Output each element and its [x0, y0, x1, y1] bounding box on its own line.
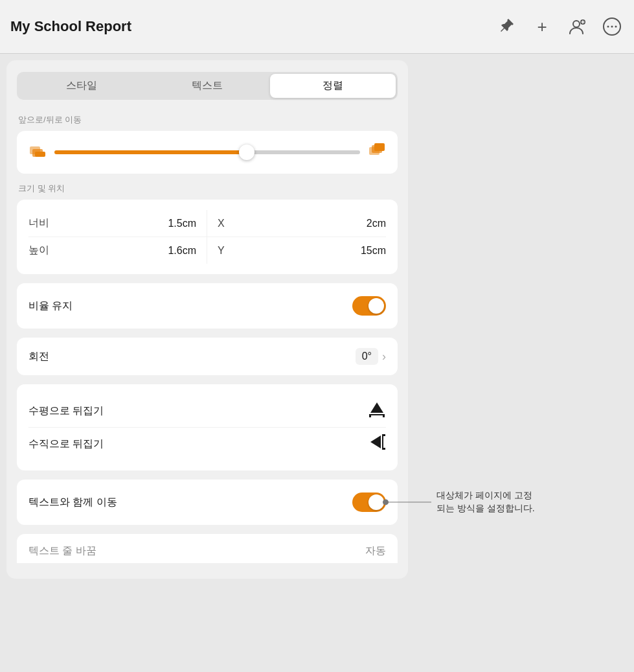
width-value: 1.5cm	[168, 218, 196, 229]
x-cell[interactable]: X 2cm	[207, 210, 386, 237]
tooltip-callout: 대상체가 페이지에 고정되는 방식을 설정합니다.	[386, 489, 540, 515]
size-card: 너비 1.5cm X 2cm 높이 1.6cm Y 15cm	[17, 200, 398, 274]
y-label: Y	[218, 245, 225, 257]
arrange-panel: 스타일 텍스트 정렬 앞으로/뒤로 이동	[6, 60, 408, 579]
partial-card: 텍스트 줄 바꿈 자동	[17, 534, 398, 563]
width-cell[interactable]: 너비 1.5cm	[28, 210, 207, 237]
flip-card: 수평으로 뒤집기 수직으로 뒤집기	[17, 384, 398, 470]
svg-point-4	[611, 26, 613, 28]
svg-marker-16	[370, 435, 381, 448]
x-label: X	[218, 218, 225, 229]
size-grid: 너비 1.5cm X 2cm 높이 1.6cm Y 15cm	[28, 210, 386, 264]
move-with-text-row: 텍스트와 함께 이동	[28, 490, 386, 515]
height-cell[interactable]: 높이 1.6cm	[28, 237, 207, 264]
more-icon[interactable]	[600, 15, 624, 38]
top-bar: My School Report +	[0, 0, 634, 54]
svg-rect-11	[374, 143, 385, 151]
svg-rect-8	[35, 152, 45, 157]
partial-value: 자동	[365, 544, 386, 558]
width-label: 너비	[28, 216, 49, 230]
horizontal-flip-label: 수평으로 뒤집기	[28, 404, 104, 418]
vertical-flip-row[interactable]: 수직으로 뒤집기	[28, 428, 386, 460]
horizontal-flip-icon	[368, 400, 386, 422]
tab-arrange[interactable]: 정렬	[270, 74, 396, 98]
svg-rect-19	[382, 448, 385, 450]
svg-rect-14	[369, 414, 371, 417]
y-cell[interactable]: Y 15cm	[207, 237, 386, 264]
svg-rect-17	[382, 434, 383, 450]
partial-label: 텍스트 줄 바꿈	[28, 544, 96, 558]
svg-rect-18	[382, 434, 385, 436]
aspect-ratio-label: 비율 유지	[28, 299, 73, 313]
aspect-ratio-row: 비율 유지	[28, 294, 386, 318]
rotation-card: 회전 0° ›	[17, 338, 398, 375]
layer-card	[17, 131, 398, 174]
svg-point-0	[573, 21, 580, 27]
tab-bar: 스타일 텍스트 정렬	[17, 72, 398, 100]
size-section-label: 크기 및 위치	[17, 183, 398, 194]
svg-point-5	[615, 26, 617, 28]
vertical-flip-label: 수직으로 뒤집기	[28, 437, 104, 451]
y-value: 15cm	[361, 245, 386, 257]
aspect-ratio-card: 비율 유지	[17, 283, 398, 329]
rotation-value: 0°	[356, 348, 378, 365]
app-title: My School Report	[10, 18, 131, 35]
move-with-text-knob	[368, 494, 384, 510]
toolbar-icons: +	[495, 15, 624, 38]
tooltip-text: 대상체가 페이지에 고정되는 방식을 설정합니다.	[436, 489, 540, 515]
slider-thumb[interactable]	[239, 145, 255, 160]
svg-marker-12	[370, 402, 383, 413]
add-icon[interactable]: +	[530, 15, 554, 38]
toggle-knob	[368, 298, 384, 314]
move-with-text-label: 텍스트와 함께 이동	[28, 496, 117, 509]
layer-section-label: 앞으로/뒤로 이동	[17, 114, 398, 126]
tab-style[interactable]: 스타일	[19, 74, 144, 98]
rotation-chevron-icon: ›	[382, 350, 386, 364]
x-value: 2cm	[367, 218, 386, 229]
rotation-label: 회전	[28, 350, 49, 364]
layer-back-icon	[28, 141, 47, 163]
move-with-text-card: 텍스트와 함께 이동 대상체가 페이지에 고정되는 방식을 설정합니다.	[17, 480, 398, 525]
svg-rect-15	[383, 414, 385, 417]
partial-row: 텍스트 줄 바꿈 자동	[28, 544, 386, 558]
vertical-flip-icon	[368, 433, 386, 455]
svg-rect-13	[369, 414, 385, 415]
rotation-value-area[interactable]: 0° ›	[356, 348, 386, 365]
height-value: 1.6cm	[168, 245, 196, 257]
pin-icon[interactable]	[495, 15, 519, 38]
tab-text[interactable]: 텍스트	[144, 74, 270, 98]
horizontal-flip-row[interactable]: 수평으로 뒤집기	[28, 395, 386, 428]
layer-front-icon	[368, 142, 386, 163]
rotation-row: 회전 0° ›	[28, 348, 386, 365]
add-person-icon[interactable]	[565, 15, 589, 38]
svg-point-3	[607, 26, 609, 28]
layer-slider[interactable]	[54, 150, 360, 154]
move-with-text-toggle[interactable]	[352, 492, 386, 512]
height-label: 높이	[28, 244, 49, 257]
aspect-ratio-toggle[interactable]	[352, 296, 386, 316]
layer-slider-row	[28, 141, 386, 163]
